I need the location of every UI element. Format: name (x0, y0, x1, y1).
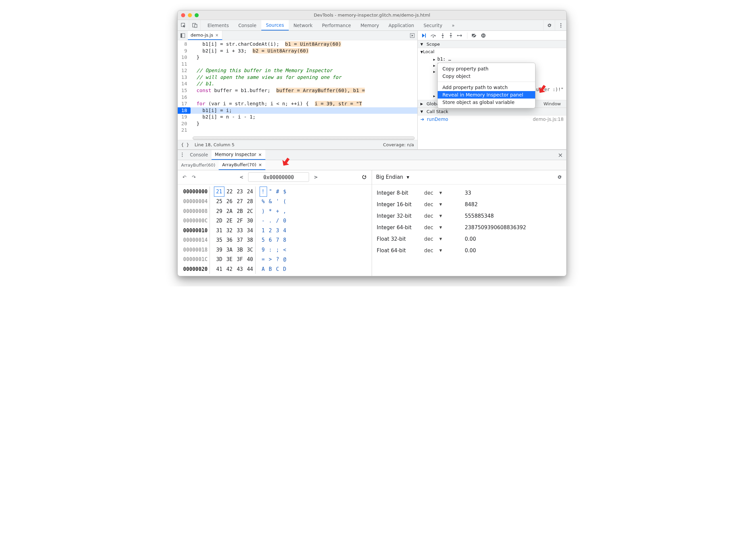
svg-point-11 (442, 37, 443, 38)
chevron-down-icon: ▼ (439, 191, 442, 195)
close-icon[interactable]: × (215, 33, 219, 38)
chevron-down-icon: ▼ (439, 202, 442, 206)
address-input[interactable]: 0x00000000 (248, 172, 309, 182)
drawer-tabstrip: Console Memory Inspector × × (178, 150, 566, 160)
undo-icon[interactable]: ↶ (181, 173, 188, 181)
tab-security[interactable]: Security (419, 20, 447, 30)
tab-sources[interactable]: Sources (261, 20, 289, 30)
endianness-select[interactable]: Big Endian ▼ (376, 174, 409, 180)
step-over-icon[interactable] (431, 33, 437, 38)
redo-icon[interactable]: ↷ (191, 173, 197, 181)
devtools-window: DevTools - memory-inspector.glitch.me/de… (177, 10, 567, 276)
value-type: Float 32-bit (377, 236, 424, 242)
kebab-menu-icon[interactable] (178, 152, 187, 157)
source-tab-demo-js[interactable]: demo-js.js × (188, 31, 222, 40)
context-menu-item[interactable]: Copy object (438, 72, 535, 80)
zoom-icon[interactable] (195, 13, 199, 17)
navigator-toggle-icon[interactable] (178, 33, 188, 38)
source-tabbar: demo-js.js × (178, 31, 417, 40)
value-row: Float 64-bit dec▼ 0.00 (377, 245, 562, 256)
svg-point-4 (560, 25, 561, 26)
encoding-select[interactable]: dec▼ (424, 224, 465, 231)
more-tabs-icon[interactable] (407, 33, 417, 38)
step-out-icon[interactable] (449, 33, 453, 38)
context-menu-item[interactable]: Reveal in Memory Inspector panel (438, 91, 535, 99)
tab-console[interactable]: Console (234, 20, 261, 30)
chevron-down-icon: ▼ (439, 249, 442, 252)
step-into-icon[interactable] (441, 33, 445, 38)
callstack-section-header[interactable]: ▼Call Stack (418, 108, 566, 115)
hex-viewer[interactable]: 0000000021222324!"#$0000000425262728%&'(… (178, 185, 372, 276)
pause-on-exceptions-icon[interactable] (481, 33, 486, 38)
value-type: Integer 16-bit (377, 201, 424, 208)
kebab-menu-icon[interactable] (555, 20, 566, 30)
tab-network[interactable]: Network (289, 20, 317, 30)
tab-performance[interactable]: Performance (317, 20, 356, 30)
chevron-down-icon: ▼ (439, 225, 442, 229)
close-icon[interactable] (181, 13, 185, 17)
drawer-tab-console[interactable]: Console (187, 150, 212, 160)
step-icon[interactable] (457, 34, 463, 38)
titlebar: DevTools - memory-inspector.glitch.me/de… (178, 10, 566, 20)
tab-application[interactable]: Application (384, 20, 419, 30)
memory-nav: ↶ ↷ < 0x00000000 > (178, 170, 372, 185)
scope-local-header[interactable]: ▼Local (418, 48, 566, 55)
drawer-close-icon[interactable]: × (554, 151, 566, 158)
settings-icon[interactable] (557, 174, 562, 180)
value-result: 555885348 (465, 213, 562, 219)
main-area: demo-js.js × 8 b1[i] = str.charCodeAt(i)… (178, 31, 566, 150)
memory-right-pane: Big Endian ▼ Integer 8-bit dec▼ 33 Integ… (372, 170, 566, 276)
value-type: Integer 64-bit (377, 224, 424, 231)
value-interpretations: Integer 8-bit dec▼ 33 Integer 16-bit dec… (372, 185, 566, 259)
close-icon[interactable]: × (258, 152, 262, 157)
encoding-select[interactable]: dec▼ (424, 201, 465, 208)
scope-var[interactable]: ▶b1: … (418, 56, 566, 62)
context-menu-item[interactable]: Add property path to watch (438, 84, 535, 91)
device-toggle-icon[interactable] (189, 20, 201, 30)
buffer-tab-70[interactable]: ArrayBuffer(70) × (219, 160, 265, 170)
chevron-left-icon[interactable]: < (238, 173, 245, 181)
minimize-icon[interactable] (188, 13, 192, 17)
context-menu-item[interactable]: Store object as global variable (438, 99, 535, 106)
scope-section-header[interactable]: ▼Scope (418, 40, 566, 48)
deactivate-breakpoints-icon[interactable] (472, 33, 477, 38)
drawer-tab-memory-inspector[interactable]: Memory Inspector × (212, 150, 265, 160)
refresh-icon[interactable] (360, 173, 368, 181)
callstack-frame[interactable]: ➔ runDemo demo-js.js:18 (418, 115, 566, 123)
svg-point-18 (182, 153, 183, 154)
horizontal-scrollbar[interactable] (193, 136, 415, 140)
buffer-tabstrip: ArrayBuffer(60) ArrayBuffer(70) × (178, 160, 566, 170)
svg-rect-17 (484, 35, 484, 37)
settings-icon[interactable] (543, 20, 555, 30)
encoding-select[interactable]: dec▼ (424, 236, 465, 242)
svg-point-5 (560, 26, 561, 27)
context-menu-item[interactable]: Copy property path (438, 65, 535, 72)
inspect-icon[interactable] (178, 20, 189, 30)
coverage-status: Coverage: n/a (383, 142, 414, 147)
buffer-tab-60[interactable]: ArrayBuffer(60) (178, 160, 219, 170)
source-tab-label: demo-js.js (191, 33, 213, 38)
value-result: 0.00 (465, 236, 562, 242)
value-row: Integer 16-bit dec▼ 8482 (377, 199, 562, 210)
tab-memory[interactable]: Memory (356, 20, 384, 30)
chevron-right-icon[interactable]: > (312, 173, 319, 181)
encoding-select[interactable]: dec▼ (424, 190, 465, 196)
debugger-pane: ▼Scope ▼Local Copy property pathCopy obj… (417, 31, 566, 149)
encoding-select[interactable]: dec▼ (424, 247, 465, 254)
memory-left-pane: ↶ ↷ < 0x00000000 > 0000000021222324!"#$0… (178, 170, 372, 276)
value-type: Integer 8-bit (377, 190, 424, 196)
code-editor[interactable]: 8 b1[i] = str.charCodeAt(i); b1 = Uint8A… (178, 40, 417, 136)
debug-toolbar (418, 31, 566, 40)
chevron-down-icon: ▼ (439, 214, 442, 218)
window-title: DevTools - memory-inspector.glitch.me/de… (178, 13, 566, 18)
close-icon[interactable]: × (258, 162, 262, 167)
value-type: Integer 32-bit (377, 213, 424, 219)
encoding-select[interactable]: dec▼ (424, 213, 465, 219)
svg-point-13 (457, 35, 458, 36)
tab-elements[interactable]: Elements (203, 20, 234, 30)
pretty-print-icon[interactable]: { } (181, 142, 189, 147)
tab-overflow[interactable]: » (447, 20, 459, 30)
scope-tree: Copy property pathCopy objectAdd propert… (418, 55, 566, 100)
resume-icon[interactable] (421, 33, 426, 38)
traffic-lights (181, 13, 199, 17)
